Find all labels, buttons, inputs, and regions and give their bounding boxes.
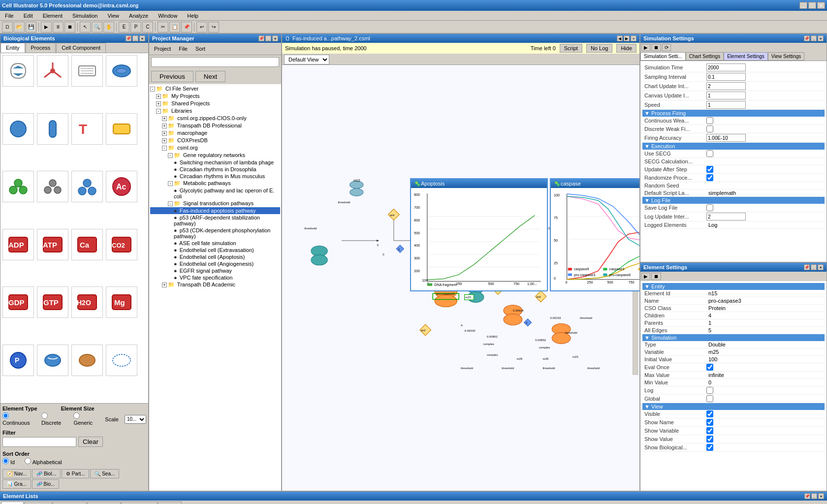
tab-view-settings[interactable]: View Settings xyxy=(768,52,804,61)
sampling-input[interactable] xyxy=(706,73,746,81)
execution-header[interactable]: ▼ Execution xyxy=(642,143,825,150)
discrete-weak-check[interactable] xyxy=(706,126,713,132)
elem-pin[interactable]: 📌 xyxy=(804,264,810,270)
close-btn[interactable]: × xyxy=(817,2,825,9)
tree-ci-file-server[interactable]: -📁 CI File Server xyxy=(150,85,280,93)
tab-chart-settings[interactable]: Chart Settings xyxy=(686,52,724,61)
scale-select[interactable]: 10... xyxy=(125,415,146,424)
next-btn[interactable]: Next xyxy=(195,71,225,82)
el-tab-connector[interactable]: Connector xyxy=(53,502,87,504)
bio-elem-8[interactable] xyxy=(106,113,137,145)
tree-signal[interactable]: -📁 Signal transduction pathways xyxy=(150,200,280,207)
tree-cios[interactable]: +📁 csml.org.zipped-CIOS.0-only xyxy=(150,115,280,122)
entity-section-header[interactable]: ▼ Entity xyxy=(642,283,825,290)
radio-discrete[interactable]: Discrete xyxy=(41,412,66,426)
tree-fas-apoptosis[interactable]: ● Fas-induced apoptosis pathway xyxy=(150,207,280,214)
elem-min[interactable]: _ xyxy=(811,264,817,270)
update-after-check[interactable] xyxy=(706,166,713,173)
toolbar-entity[interactable]: E xyxy=(119,22,129,32)
tree-egfr[interactable]: ● EGFR signal pathway xyxy=(150,267,280,274)
sim-toolbar-btn3[interactable]: ⟳ xyxy=(662,44,671,51)
bio-elem-2[interactable] xyxy=(37,55,68,87)
sim-toolbar-btn1[interactable]: ▶ xyxy=(641,44,650,51)
bio-panel-close[interactable]: × xyxy=(139,35,145,41)
toolbar-select[interactable]: ↖ xyxy=(80,22,91,32)
project-menu-project[interactable]: Project xyxy=(151,45,174,53)
sim-time-input[interactable] xyxy=(706,63,746,71)
bio-elem-4[interactable] xyxy=(106,55,137,87)
menu-file[interactable]: File xyxy=(2,12,17,20)
tree-droso[interactable]: ● Circadian rhythms in Drosophila xyxy=(150,166,280,173)
project-close[interactable]: × xyxy=(272,35,278,41)
bio-elem-5[interactable] xyxy=(2,113,34,145)
bio-elem-7[interactable]: T xyxy=(71,113,103,145)
continuous-weak-check[interactable] xyxy=(706,117,713,124)
sea-btn[interactable]: 🔍 Sea... xyxy=(90,469,119,478)
bio-elem-17[interactable]: GDP xyxy=(2,286,34,318)
el-tab-process[interactable]: Process xyxy=(24,502,53,504)
minimize-btn[interactable]: _ xyxy=(799,2,807,9)
bio-elem-18[interactable]: GTP xyxy=(37,286,68,318)
bio-elem-10[interactable] xyxy=(37,171,68,202)
project-pin[interactable]: 📌 xyxy=(258,35,264,41)
bio-elem-11[interactable] xyxy=(71,171,103,202)
nav-btn[interactable]: 🧭 Nav... xyxy=(2,469,31,478)
tree-macrophage[interactable]: +📁 macrophage xyxy=(150,129,280,137)
tree-mus[interactable]: ● Circadian rhythms in Mus musculus xyxy=(150,173,280,180)
bio-elem-3[interactable] xyxy=(71,55,103,87)
tree-metabolic[interactable]: -📁 Metabolic pathways xyxy=(150,180,280,187)
bio-elem-15[interactable]: Ca xyxy=(71,229,103,260)
toolbar-process[interactable]: P xyxy=(130,22,141,32)
filter-input[interactable] xyxy=(2,437,76,447)
sort-id[interactable]: Id xyxy=(2,458,15,465)
eval-once-check[interactable] xyxy=(706,364,713,371)
tree-glycolytic[interactable]: ● Glycolytic pathway and lac operon of E… xyxy=(150,187,280,200)
tree-ase[interactable]: ● ASE cell fate simulation xyxy=(150,240,280,247)
tree-transpath-pro[interactable]: +📁 Transpath DB Professional xyxy=(150,122,280,129)
tab-process[interactable]: Process xyxy=(26,43,56,53)
toolbar-run[interactable]: ▶ xyxy=(41,22,52,32)
process-firing-header[interactable]: ▼ Process Firing xyxy=(642,110,825,117)
tree-endothelial-ang[interactable]: ● Endothelial cell (Angiogenesis) xyxy=(150,260,280,267)
toolbar-hand[interactable]: ✋ xyxy=(103,22,114,32)
sim-section-header[interactable]: ▼ Simulation xyxy=(642,334,825,341)
gra-btn[interactable]: 📊 Gra... xyxy=(2,479,31,489)
maximize-btn[interactable]: □ xyxy=(808,2,816,9)
canvas-update-input[interactable] xyxy=(706,92,746,99)
save-log-check[interactable] xyxy=(706,204,713,211)
radio-generic[interactable]: Generic xyxy=(73,412,97,426)
toolbar-pause[interactable]: ⏸ xyxy=(53,22,64,32)
tree-my-projects[interactable]: +📁 My Projects xyxy=(150,93,280,100)
biol-btn[interactable]: 🧬 Biol... xyxy=(32,469,61,478)
bio-elem-1[interactable] xyxy=(2,55,34,87)
menu-view[interactable]: View xyxy=(104,12,122,20)
canvas-nav-next[interactable]: ▶ xyxy=(624,35,630,41)
hide-btn[interactable]: Hide xyxy=(616,44,636,53)
bio-elem-19[interactable]: H2O xyxy=(71,286,103,318)
tree-shared-projects[interactable]: +📁 Shared Projects xyxy=(150,100,280,107)
bio-elem-13[interactable]: ADP xyxy=(2,229,34,260)
firing-acc-input[interactable] xyxy=(706,134,746,142)
tree-vpc[interactable]: ● VPC fate specification xyxy=(150,274,280,281)
bio-elem-24[interactable] xyxy=(106,345,137,376)
no-log-btn[interactable]: No Log xyxy=(586,44,612,53)
bio-panel-min[interactable]: _ xyxy=(132,35,138,41)
bio-panel-pin[interactable]: 📌 xyxy=(126,35,131,41)
sim-close[interactable]: × xyxy=(818,35,824,41)
canvas-close[interactable]: × xyxy=(631,35,636,41)
canvas-nav-prev[interactable]: ◀ xyxy=(617,35,623,41)
script-btn[interactable]: Script xyxy=(560,44,582,53)
menu-element[interactable]: Element xyxy=(40,12,65,20)
show-name-check[interactable] xyxy=(706,419,713,426)
menu-analyze[interactable]: Analyze xyxy=(126,12,151,20)
toolbar-copy[interactable]: 📋 xyxy=(169,22,180,32)
menu-window[interactable]: Window xyxy=(155,12,180,20)
el-close[interactable]: × xyxy=(818,493,824,499)
sim-toolbar-btn2[interactable]: ⏹ xyxy=(651,44,661,51)
toolbar-zoom[interactable]: 🔍 xyxy=(92,22,102,32)
tree-libraries[interactable]: -📁 Libraries xyxy=(150,107,280,115)
bio2-btn[interactable]: 🧬 Bio... xyxy=(32,479,60,489)
sim-min[interactable]: _ xyxy=(811,35,817,41)
tab-entity[interactable]: Entity xyxy=(0,43,25,53)
prev-btn[interactable]: Previous xyxy=(151,71,193,82)
